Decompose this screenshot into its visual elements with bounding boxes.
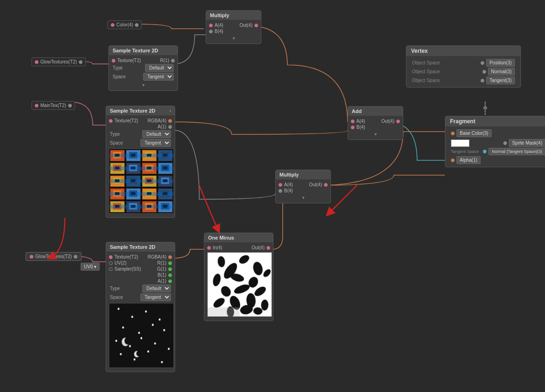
- uv-label-text: UV0 ▾: [84, 264, 96, 269]
- sampletex3-body: Texture(T2) RGBA(4) UV(2) R(1): [106, 252, 175, 372]
- sampletex2-header: Sample Texture 2D ›: [106, 106, 175, 115]
- vertex-row-pos: Object Space Position(3): [412, 59, 515, 67]
- vertex-norm-label: Normal(3): [488, 68, 515, 76]
- fragment-row-alpha: Alpha(1): [451, 156, 545, 164]
- sampletex1-space-row: Space Tangent: [112, 73, 175, 81]
- sampletex3-type-row: Type Default: [109, 285, 172, 292]
- sampletex3-space-row: Space Tangent: [109, 293, 172, 301]
- port-dot-mt-out: [68, 104, 72, 107]
- add1-portb: B(4): [351, 125, 400, 130]
- input-glowtex2-label: GlowTextures(T2): [35, 254, 72, 259]
- sampletex1-body: Texture(T2) R(1) Type Default Space Tang…: [109, 55, 177, 90]
- pd-a1a: [351, 120, 355, 123]
- pd-v-norm-in: [482, 70, 486, 74]
- port-dot-gt1-out: [79, 60, 82, 64]
- pd-m2out: [324, 183, 328, 187]
- port-dot-mt: [35, 104, 38, 107]
- pd-st3tex: [109, 255, 113, 259]
- port-dot-color: [111, 23, 114, 27]
- pd-st2tex: [109, 119, 113, 123]
- sampletex3-space-select[interactable]: Tangent: [140, 293, 171, 301]
- vertex-title: Vertex: [411, 48, 428, 54]
- sampletex3-type-select[interactable]: Default: [142, 285, 171, 292]
- fragment-sprite-swatch: [451, 139, 469, 147]
- fragment-title: Fragment: [450, 118, 475, 125]
- pd-st3g: [168, 267, 172, 271]
- sampletex2-tex-row: Texture(T2) RGBA(4): [109, 118, 172, 123]
- sampletex1-space-select[interactable]: Tangent: [143, 73, 174, 81]
- sampletex2-space-select[interactable]: Tangent: [140, 139, 171, 147]
- pd-a1out: [396, 120, 400, 123]
- oneminus-title: One Minus: [208, 235, 234, 240]
- fragment-panel-header: Fragment: [445, 116, 545, 126]
- fragment-row-normal: Tangent Space Normal (Tangent Space)(3): [451, 148, 545, 155]
- pd-st2a: [168, 125, 172, 129]
- pd-st3a: [168, 279, 172, 283]
- multiply2-body: A(4) Out(4) B(4) ▾: [276, 179, 330, 203]
- multiply2-title: Multiply: [279, 172, 299, 177]
- fragment-row-sprite: Sprite Mask(4): [451, 139, 545, 147]
- multiply2-portb: B(4): [279, 188, 328, 193]
- sampletex3-preview: [109, 303, 174, 368]
- sampletex1-expand[interactable]: ▾: [112, 82, 175, 89]
- pd-f-alpha: [451, 158, 455, 162]
- add1-expand[interactable]: ▾: [351, 131, 400, 138]
- pd-st1tex: [112, 59, 115, 63]
- fragment-panel-body: Base Color(3) Sprite Mask(4) Tangent Spa…: [445, 126, 545, 167]
- multiply1-porta: A(4) Out(4): [209, 23, 258, 28]
- sampletex3-ss-row: Sampler(SS) G(1): [109, 266, 172, 272]
- multiply1-body: A(4) Out(4) B(4) ▾: [206, 20, 261, 44]
- multiply2-expand[interactable]: ▾: [279, 194, 328, 201]
- fragment-base-label: Base Color(3): [456, 129, 492, 137]
- sampletex3-uv-row: UV(2) R(1): [109, 260, 172, 266]
- sampletex2-space-row: Space Tangent: [109, 139, 172, 147]
- multiply2-header: Multiply: [276, 170, 330, 179]
- sampletex2-node: Sample Texture 2D › Texture(T2) RGBA(4) …: [106, 106, 175, 218]
- input-maintex: MainTex(T2): [32, 101, 75, 110]
- multiply2-node: Multiply A(4) Out(4) B(4) ▾: [275, 170, 331, 203]
- sampletex2-type-select[interactable]: Default: [142, 130, 171, 138]
- oneminus-body: In(4) Out(4): [204, 242, 273, 321]
- add1-title: Add: [352, 108, 361, 114]
- red-arrow-2: [181, 181, 241, 236]
- pd-m1a: [209, 24, 213, 27]
- sampletex1-title: Sample Texture 2D: [113, 48, 158, 53]
- pd-m1out: [254, 24, 258, 27]
- pd-f-normal: [483, 150, 487, 153]
- sampletex3-a-row: A(1): [109, 278, 172, 284]
- vertex-panel: Vertex Object Space Position(3) Object S…: [406, 45, 521, 88]
- pd-st3b: [168, 273, 172, 277]
- sampletex1-type-select[interactable]: Default: [145, 64, 174, 72]
- fragment-sprite-label: Sprite Mask(4): [509, 139, 545, 147]
- input-glowtex2: GlowTextures(T2): [25, 252, 82, 261]
- pd-st2rgba: [168, 119, 172, 123]
- multiply1-node: Multiply A(4) Out(4) B(4) ▾: [206, 10, 261, 44]
- pd-f-sprite: [503, 141, 507, 145]
- sampletex2-preview: [109, 149, 174, 214]
- fragment-row-base: Base Color(3): [451, 129, 545, 137]
- fragment-normal-label: Normal (Tangent Space)(3): [488, 148, 545, 155]
- sampletex3-title: Sample Texture 2D: [110, 244, 155, 250]
- sampletex3-b-row: B(1): [109, 272, 172, 278]
- sampletex1-tex-row: Texture(T2) R(1): [112, 58, 175, 63]
- oneminus-port-row: In(4) Out(4): [207, 245, 270, 250]
- input-glowtex1: GlowTextures(T2): [32, 57, 86, 66]
- pd-v-pos-in: [481, 61, 484, 65]
- input-maintex-label: MainTex(T2): [40, 103, 66, 108]
- port-dot-gt1: [35, 60, 38, 64]
- pd-om-out: [266, 246, 270, 250]
- panel-connector: [483, 101, 488, 115]
- sampletex2-type-row: Type Default: [109, 130, 172, 138]
- uv-label[interactable]: UV0 ▾: [81, 263, 100, 271]
- multiply1-header: Multiply: [206, 11, 261, 20]
- sampletex2-a-row: A(1): [109, 124, 172, 129]
- add1-header: Add: [348, 107, 403, 116]
- vertex-panel-header: Vertex: [406, 46, 520, 56]
- sampletex1-node: Sample Texture 2D Texture(T2) R(1) Type …: [108, 45, 178, 91]
- add1-porta: A(4) Out(4): [351, 119, 400, 124]
- multiply1-expand[interactable]: ▾: [209, 35, 258, 42]
- sampletex2-body: Texture(T2) RGBA(4) A(1) Type Default: [106, 115, 175, 217]
- oneminus-header: One Minus: [204, 233, 273, 242]
- pd-st3ss: [109, 267, 113, 271]
- input-color-label: Color(4): [116, 22, 133, 27]
